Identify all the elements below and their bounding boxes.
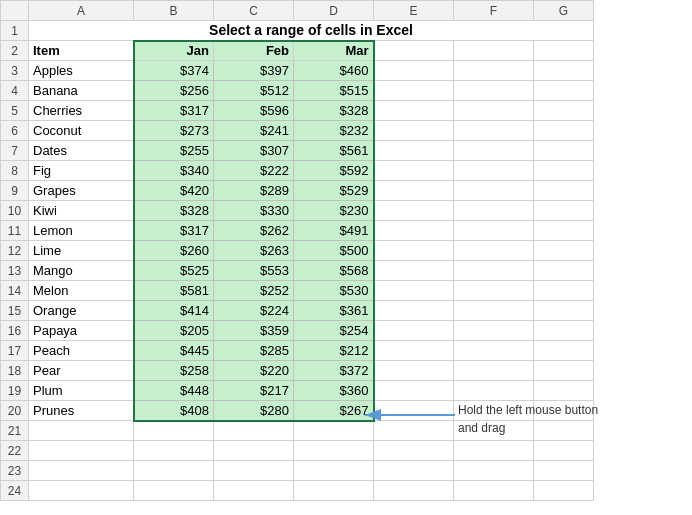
cell-16c: $359: [214, 321, 294, 341]
row-num-1: 1: [1, 21, 29, 41]
cell-12a: Lime: [29, 241, 134, 261]
cell-2g: [534, 41, 594, 61]
cell-7g: [534, 141, 594, 161]
cell-10d: $230: [294, 201, 374, 221]
cell-6d: $232: [294, 121, 374, 141]
cell-14c: $252: [214, 281, 294, 301]
cell-21c: [214, 421, 294, 441]
col-header-e[interactable]: E: [374, 1, 454, 21]
header-feb: Feb: [214, 41, 294, 61]
cell-16d: $254: [294, 321, 374, 341]
row-num-11: 11: [1, 221, 29, 241]
row-18: 18 Pear $258 $220 $372: [1, 361, 594, 381]
row-num-13: 13: [1, 261, 29, 281]
cell-7d: $561: [294, 141, 374, 161]
cell-23g: [534, 461, 594, 481]
cell-19e: [374, 381, 454, 401]
cell-18g: [534, 361, 594, 381]
cell-13b: $525: [134, 261, 214, 281]
col-header-c[interactable]: C: [214, 1, 294, 21]
cell-16a: Papaya: [29, 321, 134, 341]
cell-4c: $512: [214, 81, 294, 101]
row-num-8: 8: [1, 161, 29, 181]
cell-4b: $256: [134, 81, 214, 101]
cell-12g: [534, 241, 594, 261]
row-num-19: 19: [1, 381, 29, 401]
cell-13g: [534, 261, 594, 281]
row-15: 15 Orange $414 $224 $361: [1, 301, 594, 321]
cell-16g: [534, 321, 594, 341]
cell-24e: [374, 481, 454, 501]
cell-9g: [534, 181, 594, 201]
cell-4d: $515: [294, 81, 374, 101]
row-num-7: 7: [1, 141, 29, 161]
cell-18d: $372: [294, 361, 374, 381]
cell-6b: $273: [134, 121, 214, 141]
cell-8f: [454, 161, 534, 181]
cell-5c: $596: [214, 101, 294, 121]
spreadsheet: A B C D E F G 1 Select a range of cells …: [0, 0, 692, 515]
cell-15f: [454, 301, 534, 321]
cell-23d: [294, 461, 374, 481]
header-jan: Jan: [134, 41, 214, 61]
col-header-b[interactable]: B: [134, 1, 214, 21]
cell-14g: [534, 281, 594, 301]
cell-24b: [134, 481, 214, 501]
row-num-15: 15: [1, 301, 29, 321]
column-header-row: A B C D E F G: [1, 1, 594, 21]
cell-5f: [454, 101, 534, 121]
cell-15a: Orange: [29, 301, 134, 321]
cell-6a: Coconut: [29, 121, 134, 141]
cell-14d: $530: [294, 281, 374, 301]
cell-24a: [29, 481, 134, 501]
cell-5a: Cherries: [29, 101, 134, 121]
cell-3f: [454, 61, 534, 81]
cell-17d: $212: [294, 341, 374, 361]
cell-15g: [534, 301, 594, 321]
cell-16f: [454, 321, 534, 341]
cell-6f: [454, 121, 534, 141]
cell-10e: [374, 201, 454, 221]
cell-18a: Pear: [29, 361, 134, 381]
cell-15e: [374, 301, 454, 321]
cell-16b: $205: [134, 321, 214, 341]
row-num-16: 16: [1, 321, 29, 341]
cell-19a: Plum: [29, 381, 134, 401]
cell-14e: [374, 281, 454, 301]
cell-24c: [214, 481, 294, 501]
row-6: 6 Coconut $273 $241 $232: [1, 121, 594, 141]
cell-22c: [214, 441, 294, 461]
cell-13e: [374, 261, 454, 281]
cell-22g: [534, 441, 594, 461]
cell-12f: [454, 241, 534, 261]
cell-17f: [454, 341, 534, 361]
cell-21a: [29, 421, 134, 441]
cell-9a: Grapes: [29, 181, 134, 201]
col-header-d[interactable]: D: [294, 1, 374, 21]
cell-6e: [374, 121, 454, 141]
cell-19d: $360: [294, 381, 374, 401]
row-17: 17 Peach $445 $285 $212: [1, 341, 594, 361]
cell-3g: [534, 61, 594, 81]
cell-20a: Prunes: [29, 401, 134, 421]
cell-17c: $285: [214, 341, 294, 361]
cell-11a: Lemon: [29, 221, 134, 241]
row-num-2: 2: [1, 41, 29, 61]
cell-2e: [374, 41, 454, 61]
cell-22e: [374, 441, 454, 461]
cell-8c: $222: [214, 161, 294, 181]
cell-5e: [374, 101, 454, 121]
cell-12e: [374, 241, 454, 261]
header-mar: Mar: [294, 41, 374, 61]
cell-19f: [454, 381, 534, 401]
col-header-g[interactable]: G: [534, 1, 594, 21]
col-header-a[interactable]: A: [29, 1, 134, 21]
col-header-f[interactable]: F: [454, 1, 534, 21]
cell-4f: [454, 81, 534, 101]
cell-3e: [374, 61, 454, 81]
cell-18c: $220: [214, 361, 294, 381]
cell-15b: $414: [134, 301, 214, 321]
cell-23f: [454, 461, 534, 481]
cell-22d: [294, 441, 374, 461]
cell-23b: [134, 461, 214, 481]
